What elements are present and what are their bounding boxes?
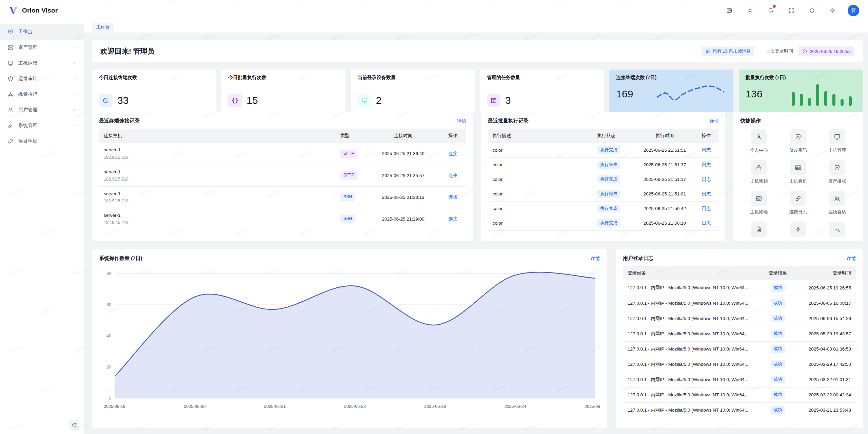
quick-action-个人中心[interactable]: 个人中心	[740, 129, 777, 153]
sidebar-item-8[interactable]: 项目地址	[0, 133, 84, 149]
task-icon	[487, 94, 500, 107]
quick-actions-grid: 个人中心修改密码主机管理主机密钥主机身份资产授权主机终端连接日志在线会话文件操作…	[740, 127, 856, 241]
system-icon	[7, 122, 14, 129]
notifications-bell-icon[interactable]	[765, 5, 776, 16]
quick-action-在线会话[interactable]: 在线会话	[818, 191, 856, 215]
connect-link[interactable]: 连接	[448, 151, 457, 156]
unread-messages-badge[interactable]: 您有 15 条未读消息	[702, 46, 755, 56]
user-avatar[interactable]: 管	[848, 5, 859, 16]
stat-label: 连接终端次数 (7日)	[616, 75, 726, 81]
login-time: 2025-03-22 01:01:31	[794, 372, 856, 387]
connection-row: server-1182.92.5.218SFTP2025-06-25 21:36…	[99, 143, 466, 165]
settings-gear-icon[interactable]	[827, 5, 839, 16]
last-login-time-text: 2025-06-25 19:26:55	[810, 49, 851, 54]
chevron-down-icon	[73, 124, 77, 128]
connect-time: 2025-06-25 21:35:57	[367, 165, 440, 186]
breadcrumb[interactable]: 工作台	[92, 23, 114, 32]
sidebar-item-4[interactable]: 运维审计	[0, 71, 84, 87]
quick-action-资产授权[interactable]: 资产授权	[818, 160, 856, 184]
login-log-row: 127.0.0.1 - 内网IP - Mozilla/5.0 (Windows …	[623, 372, 856, 387]
code-icon[interactable]	[724, 5, 735, 16]
login-time: 2025-03-29 17:42:50	[794, 357, 856, 372]
sidebar-collapse-icon[interactable]	[69, 420, 79, 430]
fullscreen-icon[interactable]	[786, 5, 797, 16]
sidebar-item-3[interactable]: 主机运维	[0, 55, 84, 71]
host-name: server-1	[104, 168, 331, 176]
theme-sun-icon[interactable]	[744, 5, 756, 16]
file-icon	[751, 222, 767, 237]
quick-action-命令执行[interactable]: 命令执行	[780, 222, 817, 241]
chevron-down-icon	[73, 108, 77, 112]
last-login-label: 上次登录时间	[766, 48, 793, 54]
quick-action-主机管理[interactable]: 主机管理	[818, 129, 856, 153]
quick-action-主机身份[interactable]: 主机身份	[780, 160, 817, 184]
execution-status-badge: 执行完成	[597, 219, 620, 227]
login-result-badge: 成功	[771, 360, 785, 369]
login-result-badge: 成功	[771, 376, 785, 384]
lock-icon	[751, 160, 767, 175]
sidebar-item-6[interactable]: 用户管理	[0, 102, 84, 118]
host-icon	[7, 60, 14, 66]
refresh-icon[interactable]	[806, 5, 818, 16]
sidebar-item-2[interactable]: 资产管理	[0, 40, 84, 55]
topbar: Orion Visor 管	[0, 0, 868, 21]
execution-status-badge: 执行完成	[597, 190, 620, 198]
svg-text:2025-06-23: 2025-06-23	[424, 404, 446, 409]
log-link[interactable]: 日志	[702, 177, 711, 182]
lightning-icon	[790, 222, 806, 237]
login-result-badge: 成功	[771, 391, 785, 399]
quick-action-文件操作日志[interactable]: 文件操作日志	[740, 222, 777, 241]
login-log-row: 127.0.0.1 - 内网IP - Mozilla/5.0 (Windows …	[623, 387, 856, 402]
svg-text:20: 20	[106, 365, 111, 370]
log-link[interactable]: 日志	[702, 206, 711, 211]
connection-row: server-1182.92.5.218SSH2025-06-25 21:29:…	[99, 208, 466, 230]
sidebar-item-5[interactable]: 批量执行	[0, 87, 84, 102]
sidebar-item-label: 工作台	[18, 29, 33, 35]
host-name: server-1	[104, 212, 331, 220]
stat-value: 169	[616, 88, 633, 100]
sidebar-item-label: 运维审计	[18, 76, 37, 82]
quick-actions-card: 快捷操作 个人中心修改密码主机管理主机密钥主机身份资产授权主机终端连接日志在线会…	[733, 112, 863, 241]
stat-label: 今日连接终端次数	[99, 75, 209, 81]
stat-label: 当前登录设备数量	[358, 75, 468, 81]
connection-row: server-1182.92.5.218SFTP2025-06-25 21:35…	[99, 165, 466, 186]
connections-detail-link[interactable]: 详情	[457, 118, 466, 124]
login-logs-card: 用户登录日志 详情 登录设备登录结果登录时间 127.0.0.1 - 内网IP …	[616, 249, 863, 428]
sidebar-item-label: 用户管理	[18, 107, 37, 113]
breadcrumb-bar: 工作台	[84, 21, 868, 33]
quick-action-修改密码[interactable]: 修改密码	[780, 129, 817, 153]
login-result-badge: 成功	[771, 284, 785, 292]
link-icon	[790, 191, 806, 206]
quick-action-连接日志[interactable]: 连接日志	[780, 191, 817, 215]
quick-action-主机密钥[interactable]: 主机密钥	[740, 160, 777, 184]
last-login-time-badge: 2025-06-25 19:26:55	[798, 46, 854, 56]
quick-action-主机终端[interactable]: 主机终端	[740, 191, 777, 215]
login-time: 2025-03-21 23:53:43	[794, 402, 856, 418]
log-link[interactable]: 日志	[702, 147, 711, 152]
login-device: 127.0.0.1 - 内网IP - Mozilla/5.0 (Windows …	[623, 357, 762, 372]
chevron-down-icon	[73, 92, 77, 96]
login-device: 127.0.0.1 - 内网IP - Mozilla/5.0 (Windows …	[623, 311, 762, 326]
quick-action-label: 连接日志	[789, 209, 807, 215]
terminal-icon	[751, 191, 767, 206]
log-link[interactable]: 日志	[702, 191, 711, 196]
log-link[interactable]: 日志	[702, 162, 711, 167]
connect-link[interactable]: 连接	[448, 173, 457, 178]
execution-status-badge: 执行完成	[597, 161, 620, 169]
quick-action-执行日志[interactable]: 执行日志	[818, 222, 856, 241]
login-logs-detail-link[interactable]: 详情	[847, 256, 856, 262]
unread-messages-text: 您有 15 条未读消息	[713, 48, 751, 54]
log-link[interactable]: 日志	[702, 221, 711, 226]
executions-detail-link[interactable]: 详情	[709, 118, 718, 124]
sidebar-item-7[interactable]: 系统管理	[0, 118, 84, 133]
monitor-icon	[358, 94, 371, 107]
sidebar-nav: 工作台资产管理主机运维运维审计批量执行用户管理系统管理项目地址	[0, 24, 84, 149]
system-operations-detail-link[interactable]: 详情	[591, 256, 600, 262]
connect-link[interactable]: 连接	[448, 194, 457, 200]
login-log-row: 127.0.0.1 - 内网IP - Mozilla/5.0 (Windows …	[623, 341, 856, 357]
quick-action-label: 个人中心	[750, 147, 768, 153]
sidebar-item-1[interactable]: 工作台	[0, 24, 84, 40]
connect-link[interactable]: 连接	[448, 216, 457, 221]
login-result-badge: 成功	[771, 330, 785, 338]
host-ip: 182.92.5.218	[104, 197, 331, 204]
